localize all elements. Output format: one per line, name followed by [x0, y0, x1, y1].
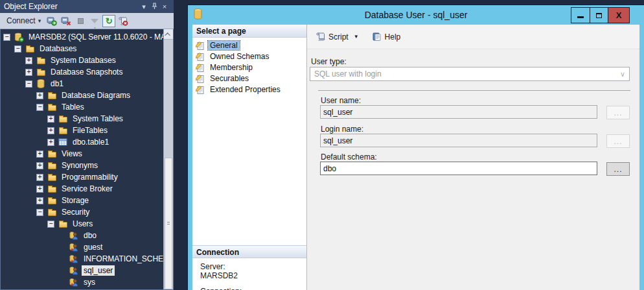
minimize-button[interactable]	[571, 8, 590, 23]
page-item-general[interactable]: General	[192, 40, 306, 51]
user-name-browse-button[interactable]: ...	[606, 106, 630, 119]
property-page-icon	[195, 52, 205, 61]
tree-row[interactable]: −Users	[1, 218, 173, 230]
script-caret-icon[interactable]: ▼	[354, 34, 359, 40]
page-item-extended-properties[interactable]: Extended Properties	[192, 84, 306, 95]
user-type-value: SQL user with login	[314, 69, 382, 79]
expand-toggle[interactable]: −	[3, 34, 10, 41]
tree-row[interactable]: +Service Broker	[1, 183, 173, 195]
refresh-icon[interactable]: ↻	[102, 15, 115, 27]
tree-item-label: Tables	[60, 102, 86, 112]
dialog-body: Select a page GeneralOwned SchemasMember…	[192, 25, 639, 290]
tree-row[interactable]: +FileTables	[1, 125, 173, 136]
tree-item-label: Programmability	[60, 172, 120, 182]
disconnect-server-icon[interactable]	[60, 15, 73, 27]
close-icon[interactable]: ×	[159, 3, 170, 10]
tree-row[interactable]: +dbo.table1	[1, 136, 173, 148]
folder-icon	[47, 91, 57, 100]
tree-row[interactable]: dbo	[1, 230, 173, 241]
user-type-label: User type:	[311, 57, 347, 66]
tree-row[interactable]: +Synonyms	[1, 160, 173, 171]
object-explorer-titlebar[interactable]: Object Explorer ▾ ×	[0, 0, 174, 13]
login-name-browse-button[interactable]: ...	[606, 134, 630, 148]
tree-item-label: FileTables	[71, 125, 109, 136]
expand-toggle[interactable]: −	[14, 45, 21, 53]
expand-toggle[interactable]: −	[36, 209, 43, 216]
pin-icon[interactable]	[149, 3, 159, 11]
script-button[interactable]: Script ▼	[312, 30, 369, 43]
expand-toggle[interactable]: −	[36, 104, 43, 111]
folder-icon	[58, 114, 68, 123]
login-name-field[interactable]: sql_user	[320, 134, 597, 147]
stop-icon[interactable]	[74, 15, 87, 27]
tree-row[interactable]: +System Databases	[1, 54, 173, 66]
tree-item-label: sql_user	[82, 265, 115, 276]
scroll-up-button[interactable]	[164, 29, 173, 40]
expand-toggle[interactable]: +	[36, 162, 43, 169]
tree-row[interactable]: sql_user	[1, 265, 173, 276]
expand-toggle[interactable]: +	[25, 57, 32, 64]
page-item-owned-schemas[interactable]: Owned Schemas	[192, 51, 306, 62]
default-schema-browse-button[interactable]: ...	[606, 162, 630, 176]
property-page-icon	[195, 63, 205, 72]
expand-toggle[interactable]: −	[47, 221, 54, 228]
tree-row[interactable]: +System Tables	[1, 113, 173, 125]
chevron-down-icon: ∨	[620, 70, 625, 79]
folder-icon	[47, 149, 57, 158]
expand-toggle[interactable]: −	[25, 80, 32, 88]
dialog-titlebar[interactable]: Database User - sql_user X	[188, 5, 644, 25]
page-item-membership[interactable]: Membership	[192, 62, 306, 73]
expand-toggle[interactable]: +	[36, 197, 43, 204]
default-schema-field[interactable]: dbo	[320, 162, 597, 175]
expand-toggle[interactable]: +	[47, 127, 54, 134]
tree-row[interactable]: −Security	[1, 206, 173, 218]
expand-toggle[interactable]: +	[25, 69, 32, 76]
expand-toggle[interactable]: +	[36, 92, 43, 99]
folder-icon	[47, 208, 57, 217]
expand-toggle[interactable]: +	[36, 186, 43, 193]
help-button[interactable]: Help	[369, 30, 404, 43]
user-type-combobox[interactable]: SQL user with login ∨	[310, 67, 630, 81]
object-explorer-toolbar: Connect ▾ ↻	[0, 13, 174, 29]
tree-row[interactable]: sys	[1, 276, 173, 288]
window-buttons: X	[571, 7, 630, 23]
tree-row[interactable]: +Views	[1, 148, 173, 160]
scrollbar-thumb[interactable]	[165, 158, 172, 289]
tree-row[interactable]: −Databases	[1, 43, 173, 54]
help-icon	[372, 32, 382, 42]
user-disabled-icon	[69, 254, 79, 263]
expand-toggle[interactable]: +	[47, 139, 54, 146]
connection-header: Connection	[192, 245, 306, 258]
tree-item-label: Views	[60, 149, 84, 159]
tree-row[interactable]: −db1	[1, 78, 173, 90]
folder-icon	[36, 67, 46, 77]
tree-scrollbar[interactable]	[163, 29, 173, 289]
connect-button[interactable]: Connect ▾	[3, 15, 44, 27]
tree-row[interactable]: INFORMATION_SCHEMA	[1, 253, 173, 265]
expand-toggle[interactable]: +	[36, 151, 43, 158]
maximize-button[interactable]	[590, 8, 608, 23]
tree-row[interactable]: +Programmability	[1, 171, 173, 183]
user-name-field[interactable]: sql_user	[320, 105, 597, 119]
tree-row[interactable]: +Storage	[1, 195, 173, 206]
dialog-toolbar: Script ▼ Help	[307, 25, 639, 49]
tree-row[interactable]: +Database Snapshots	[1, 66, 173, 78]
object-explorer-panel: Object Explorer ▾ × Connect ▾ ↻ −MARSDB2…	[0, 0, 174, 290]
connection-label: Connection:	[200, 287, 242, 290]
tree-row[interactable]: +Database Diagrams	[1, 90, 173, 101]
close-button[interactable]: X	[608, 8, 629, 23]
tree-item-label: INFORMATION_SCHEMA	[82, 254, 174, 264]
expand-toggle[interactable]: +	[36, 174, 43, 181]
tree-row[interactable]: −MARSDB2 (SQL Server 11.0.6020 - MARSD	[1, 31, 173, 43]
expand-toggle[interactable]: +	[47, 115, 54, 123]
tree-row[interactable]: guest	[1, 241, 173, 253]
connect-server-icon[interactable]	[45, 15, 58, 27]
script-error-icon[interactable]	[117, 15, 130, 27]
window-position-menu-icon[interactable]: ▾	[139, 3, 149, 11]
filter-icon[interactable]	[88, 15, 101, 27]
page-item-securables[interactable]: Securables	[192, 73, 306, 84]
object-explorer-title: Object Explorer	[4, 2, 58, 11]
tree-item-label: Database Snapshots	[49, 67, 124, 77]
default-schema-label: Default schema:	[321, 152, 377, 162]
tree-row[interactable]: −Tables	[1, 101, 173, 113]
